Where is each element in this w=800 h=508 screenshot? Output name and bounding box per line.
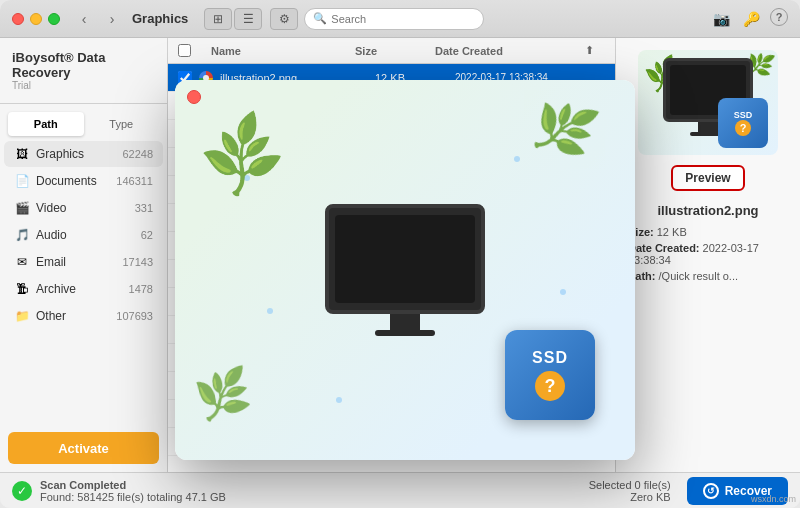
file-info-date: Date Created: 2022-03-17 13:38:34	[628, 242, 788, 266]
sidebar-item-email[interactable]: ✉ Email 17143	[4, 249, 163, 275]
sidebar: iBoysoft® Data Recovery Trial Path Type …	[0, 38, 168, 472]
sidebar-item-label: Archive	[36, 282, 129, 296]
traffic-lights	[12, 13, 60, 25]
leaf-right-decoration: 🌿	[525, 91, 603, 167]
key-icon[interactable]: 🔑	[740, 8, 762, 30]
help-icon[interactable]: ?	[770, 8, 788, 26]
leaf-left-decoration: 🌿	[192, 106, 292, 205]
mini-imac-illustration: SSD ?	[648, 58, 768, 148]
sidebar-item-label: Graphics	[36, 147, 122, 161]
col-size-header: Size	[355, 45, 435, 57]
ssd-label: SSD	[532, 349, 568, 367]
forward-button[interactable]: ›	[100, 7, 124, 31]
preview-button[interactable]: Preview	[671, 165, 744, 191]
sidebar-item-count: 146311	[116, 175, 153, 187]
sidebar-item-archive[interactable]: 🗜 Archive 1478	[4, 276, 163, 302]
maximize-button[interactable]	[48, 13, 60, 25]
sidebar-items: 🖼 Graphics 62248 📄 Documents 146311 🎬 Vi…	[0, 136, 167, 424]
sidebar-item-label: Email	[36, 255, 122, 269]
status-text: Scan Completed Found: 581425 file(s) tot…	[40, 479, 581, 503]
file-info-name: illustration2.png	[657, 203, 758, 218]
recover-icon: ↺	[703, 483, 719, 499]
scan-complete-icon: ✓	[12, 481, 32, 501]
view-toggle: ⊞ ☰	[204, 8, 262, 30]
archive-icon: 🗜	[14, 281, 30, 297]
ssd-box: SSD ?	[505, 330, 595, 420]
search-input[interactable]	[331, 13, 475, 25]
sidebar-item-count: 1478	[129, 283, 153, 295]
tab-type[interactable]: Type	[84, 112, 160, 136]
right-panel: 🌿 🌿 SSD ?	[615, 38, 800, 472]
app-subtitle: Trial	[12, 80, 155, 91]
watermark: wsxdn.com	[751, 494, 796, 504]
file-info-path: Path: /Quick result o...	[628, 270, 788, 282]
sidebar-item-documents[interactable]: 📄 Documents 146311	[4, 168, 163, 194]
col-name-header: Name	[211, 45, 355, 57]
sidebar-item-video[interactable]: 🎬 Video 331	[4, 195, 163, 221]
graphics-icon: 🖼	[14, 146, 30, 162]
sidebar-item-label: Documents	[36, 174, 116, 188]
sidebar-item-count: 62	[141, 229, 153, 241]
select-all-checkbox[interactable]	[178, 44, 191, 57]
mac-illustration: 🌿 🌿 🌿 SSD ?	[175, 80, 635, 460]
status-bar: ✓ Scan Completed Found: 581425 file(s) t…	[0, 472, 800, 508]
sidebar-item-count: 107693	[116, 310, 153, 322]
audio-icon: 🎵	[14, 227, 30, 243]
imac-stand	[390, 314, 420, 330]
titlebar-icons: 📷 🔑 ?	[710, 8, 788, 30]
email-icon: ✉	[14, 254, 30, 270]
close-button[interactable]	[12, 13, 24, 25]
sidebar-item-audio[interactable]: 🎵 Audio 62	[4, 222, 163, 248]
documents-icon: 📄	[14, 173, 30, 189]
window-title: Graphics	[132, 11, 188, 26]
imac-body	[325, 204, 485, 314]
titlebar: ‹ › Graphics ⊞ ☰ ⚙ 🔍 📷 🔑 ?	[0, 0, 800, 38]
search-box: 🔍	[304, 8, 484, 30]
back-button[interactable]: ‹	[72, 7, 96, 31]
file-info-size: Size: 12 KB	[628, 226, 788, 238]
minimize-button[interactable]	[30, 13, 42, 25]
list-view-button[interactable]: ☰	[234, 8, 262, 30]
search-icon: 🔍	[313, 12, 327, 25]
dot-decoration	[336, 397, 342, 403]
sidebar-item-label: Audio	[36, 228, 141, 242]
sidebar-item-other[interactable]: 📁 Other 107693	[4, 303, 163, 329]
col-date-header: Date Created	[435, 45, 585, 57]
other-icon: 📁	[14, 308, 30, 324]
sidebar-item-count: 331	[135, 202, 153, 214]
sidebar-item-count: 62248	[122, 148, 153, 160]
popup-close-button[interactable]	[187, 90, 201, 104]
tab-path[interactable]: Path	[8, 112, 84, 136]
dot-decoration	[267, 308, 273, 314]
file-list-header: Name Size Date Created ⬆	[168, 38, 615, 64]
ssd-question-icon: ?	[535, 371, 565, 401]
filter-button[interactable]: ⚙	[270, 8, 298, 30]
camera-icon[interactable]: 📷	[710, 8, 732, 30]
col-icon-header: ⬆	[585, 44, 605, 57]
sidebar-tabs: Path Type	[8, 112, 159, 136]
sidebar-item-label: Other	[36, 309, 116, 323]
sidebar-header: iBoysoft® Data Recovery Trial	[0, 38, 167, 104]
mini-ssd: SSD ?	[718, 98, 768, 148]
popup-overlay: 🌿 🌿 🌿 SSD ?	[175, 80, 635, 460]
activate-button[interactable]: Activate	[8, 432, 159, 464]
imac-illustration	[325, 204, 485, 336]
leaf-bottom-decoration: 🌿	[191, 363, 255, 425]
imac-screen	[335, 215, 475, 303]
selected-info: Selected 0 file(s) Zero KB	[589, 479, 671, 503]
sidebar-item-graphics[interactable]: 🖼 Graphics 62248	[4, 141, 163, 167]
grid-view-button[interactable]: ⊞	[204, 8, 232, 30]
app-title: iBoysoft® Data Recovery	[12, 50, 155, 80]
video-icon: 🎬	[14, 200, 30, 216]
dot-decoration	[560, 289, 566, 295]
sidebar-item-label: Video	[36, 201, 135, 215]
dot-decoration	[514, 156, 520, 162]
imac-base	[375, 330, 435, 336]
preview-thumbnail: 🌿 🌿 SSD ?	[638, 50, 778, 155]
sidebar-item-count: 17143	[122, 256, 153, 268]
nav-buttons: ‹ ›	[72, 7, 124, 31]
